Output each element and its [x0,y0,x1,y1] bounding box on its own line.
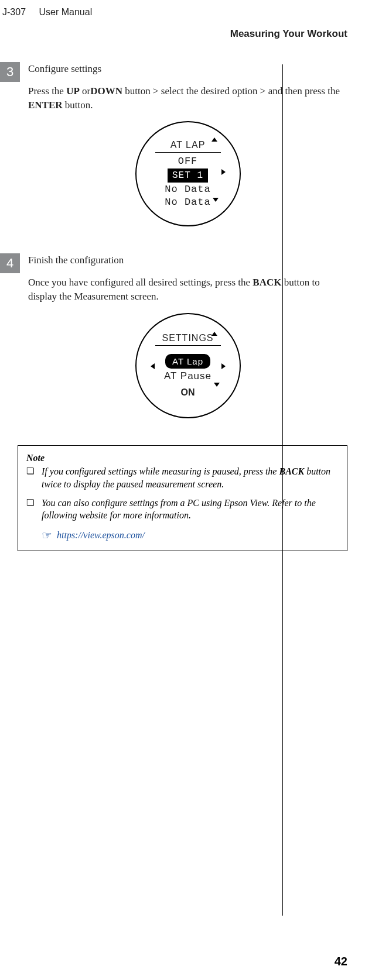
arrow-up-icon [212,137,217,142]
pointer-icon: ☞ [42,528,52,544]
breadcrumb: Measuring Your Workout [0,22,365,51]
header-top: J-307 User Manual [0,0,365,22]
steps-column: 3 Configure settings Press the UP orDOWN… [0,62,347,551]
step-body: Finish the configuration Once you have c… [20,253,347,434]
down-button-ref: DOWN [90,85,122,97]
screen-option-selected: SET 1 [168,169,208,183]
step-title: Configure settings [28,62,347,76]
step-3: 3 Configure settings Press the UP orDOWN… [0,62,347,243]
arrow-up-icon [212,332,217,336]
text: Once you have configured all desired set… [28,277,253,288]
text: If you configured settings while measuri… [42,466,279,476]
column-divider [282,64,283,916]
link-row: ☞ https://view.epson.com/ [26,528,339,544]
content-area: 3 Configure settings Press the UP orDOWN… [0,51,365,551]
manual-label: User Manual [39,7,92,17]
screen-option-nodata2: No Data [165,196,210,209]
device-screen-settings: SETTINGS AT Lap AT Pause ON [135,313,241,418]
screen-option-selected: AT Lap [165,354,210,369]
note-box: Note ❏ If you configured settings while … [18,445,347,551]
step-number-badge: 4 [0,253,20,273]
product-code: J-307 [2,7,26,17]
screen-option-atpause: AT Pause [164,370,212,383]
note-item-1: ❏ If you configured settings while measu… [26,465,339,490]
screen-bottom-status: ON [181,386,195,399]
screen-option-off: OFF [178,155,198,168]
arrow-down-icon [213,198,219,202]
enter-button-ref: ENTER [28,99,63,111]
arrow-right-icon [221,169,226,175]
bullet-icon: ❏ [26,465,42,490]
note-text: If you configured settings while measuri… [42,465,339,490]
note-title: Note [26,452,339,465]
bullet-icon: ❏ [26,497,42,522]
arrow-right-icon [221,363,226,369]
step-4: 4 Finish the configuration Once you have… [0,253,347,434]
step-title: Finish the configuration [28,253,347,267]
epson-view-link[interactable]: https://view.epson.com/ [57,529,145,542]
text: button. [63,99,93,111]
text: Press the [28,85,66,97]
screen-option-nodata1: No Data [165,183,210,196]
step-description: Press the UP orDOWN button > select the … [28,84,347,112]
arrow-left-icon [151,363,155,369]
back-button-ref: BACK [253,277,281,288]
text: button > select the desired option > and… [122,85,340,97]
step-number-badge: 3 [0,62,20,82]
device-screen-atlap: AT LAP OFF SET 1 No Data No Data [135,121,241,226]
arrow-down-icon [214,383,220,387]
text: or [80,85,90,97]
step-description: Once you have configured all desired set… [28,276,347,304]
step-body: Configure settings Press the UP orDOWN b… [20,62,347,243]
note-item-2: ❏ You can also configure settings from a… [26,497,339,522]
page-number: 42 [335,955,347,968]
note-text: You can also configure settings from a P… [42,497,339,522]
up-button-ref: UP [66,85,80,97]
